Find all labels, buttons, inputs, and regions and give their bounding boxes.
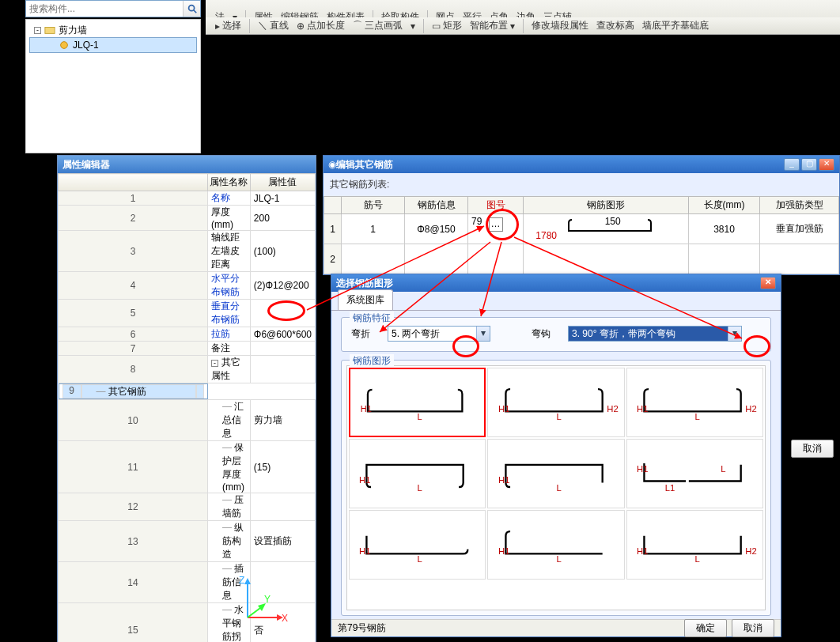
expand-toggle[interactable]: - [211, 360, 218, 367]
property-value[interactable] [250, 300, 315, 327]
table-row-empty[interactable]: 2 [324, 244, 839, 274]
close-button[interactable]: ✕ [760, 277, 776, 289]
tb-select[interactable]: ▸ 选择 [212, 17, 244, 34]
shape-option[interactable]: H1LH2 [626, 368, 763, 437]
tb-more[interactable]: ▾ [407, 19, 418, 33]
svg-text:H1: H1 [361, 404, 372, 414]
top-toolbar-row2: ▸ 选择 ＼ 直线 ⊕ 点加长度 ⌒ 三点画弧 ▾ ▭ 矩形 智能布置 ▾ 修改… [206, 17, 840, 35]
property-value[interactable]: JLQ-1 [250, 191, 315, 206]
svg-text:X: X [282, 613, 288, 624]
shape-option[interactable]: H1L [349, 439, 486, 508]
row-number: 13 [59, 521, 208, 562]
property-row[interactable]: 13— 纵筋构造设置插筋 [59, 521, 316, 562]
property-row[interactable]: 4水平分布钢筋(2)Φ12@200 [59, 272, 316, 300]
shape-option[interactable]: H1L [349, 368, 486, 437]
rebar-shape-icon: H1L [492, 521, 621, 568]
property-name: — 纵筋构造 [208, 521, 251, 562]
property-row[interactable]: 5垂直分布钢筋 [59, 300, 316, 327]
tree-toggle-icon[interactable]: - [34, 27, 41, 34]
shape-option[interactable]: H1LH2 [487, 368, 624, 437]
tb-line[interactable]: ＼ 直线 [255, 17, 292, 34]
cancel-button[interactable]: 取消 [732, 619, 774, 637]
maximize-button[interactable]: ▢ [801, 158, 817, 171]
property-name: 水平分布钢筋 [208, 272, 251, 300]
property-row[interactable]: 7备注 [59, 342, 316, 356]
tb-auto[interactable]: 智能布置 ▾ [467, 17, 518, 34]
svg-text:H1: H1 [359, 475, 370, 485]
property-row[interactable]: 3轴线距左墙皮距离(100) [59, 231, 316, 272]
svg-text:L: L [556, 483, 561, 493]
svg-point-0 [188, 6, 194, 11]
minimize-button[interactable]: _ [784, 158, 800, 171]
shape-grid: H1LH1LH2H1LH2H1LH1LH1L1LH1LH1LH1LH2 [346, 365, 766, 610]
search-input[interactable] [26, 1, 183, 17]
property-value[interactable]: 200 [250, 206, 315, 231]
svg-text:H1: H1 [498, 475, 509, 485]
property-row[interactable]: 8-其它属性 [59, 356, 316, 383]
status-text: 第79号钢筋 [338, 621, 386, 635]
property-row[interactable]: 2厚度(mm)200 [59, 206, 316, 231]
property-value[interactable]: Φ6@600*600 [250, 327, 315, 342]
shape-dim: 150 [605, 216, 621, 227]
shape-option[interactable]: H1LH2 [626, 510, 763, 580]
tb-rect[interactable]: ▭ 矩形 [429, 17, 465, 34]
tree-item[interactable]: JLQ-1 [29, 37, 197, 53]
svg-text:L: L [694, 412, 699, 421]
tb-wallbase[interactable]: 墙底平齐基础底 [639, 17, 712, 34]
row-number: 9 [62, 384, 81, 398]
property-value[interactable]: (15) [250, 441, 315, 493]
tab-system-library[interactable]: 系统图库 [338, 289, 393, 310]
cell-len[interactable]: 3810 [689, 214, 760, 244]
property-row[interactable]: 10— 汇总信息剪力墙 [59, 400, 316, 441]
property-value[interactable] [196, 384, 204, 398]
shape-group: 钢筋图形 H1LH1LH2H1LH2H1LH1LH1L1LH1LH1LH1LH2 [341, 360, 771, 616]
figure-picker-button[interactable]: … [489, 217, 503, 232]
row-number: 15 [59, 603, 208, 643]
property-row[interactable]: 9— 其它钢筋 [59, 383, 208, 399]
property-value[interactable] [250, 342, 315, 356]
tb-checkelev[interactable]: 查改标高 [593, 17, 638, 34]
property-row[interactable]: 6拉筋Φ6@600*600 [59, 327, 316, 342]
shape-option[interactable]: H1L [487, 510, 624, 580]
close-button[interactable]: ✕ [819, 158, 834, 171]
property-value[interactable]: 剪力墙 [250, 400, 315, 441]
fig-number: 79 [471, 216, 482, 227]
tb-arc[interactable]: ⌒ 三点画弧 [350, 17, 406, 34]
property-row[interactable]: 12— 压墙筋 [59, 493, 316, 521]
select-hook[interactable]: 3. 90° 弯折，带两个弯钩 ▾ [568, 326, 742, 342]
cell-type[interactable]: 垂直加强筋 [760, 214, 839, 244]
rebar-shape-icon: H1LH2 [492, 379, 621, 426]
property-row[interactable]: 1名称JLQ-1 [59, 191, 316, 206]
table-row[interactable]: 1 1 Φ8@150 79 … 1780 150 3810 垂直加强筋 [324, 214, 839, 244]
cell-jh[interactable]: 1 [342, 214, 405, 244]
tb-pointlen[interactable]: ⊕ 点加长度 [293, 17, 348, 34]
property-row[interactable]: 11— 保护层厚度(mm)(15) [59, 441, 316, 493]
rebar-table: 筋号 钢筋信息 图号 钢筋图形 长度(mm) 加强筋类型 1 1 Φ8@150 … [324, 196, 839, 274]
rebar-shape-icon: H1LH2 [630, 521, 759, 568]
cell-fig[interactable]: 79 … [468, 214, 524, 244]
shape-option[interactable]: H1L [349, 510, 486, 580]
app-icon: ◉ [328, 159, 336, 170]
col-value: 属性值 [250, 174, 315, 191]
property-value[interactable]: (2)Φ12@200 [250, 272, 315, 300]
select-bend[interactable]: 5. 两个弯折 ▾ [388, 326, 490, 342]
cell-info[interactable]: Φ8@150 [405, 214, 468, 244]
tree-root[interactable]: - 剪力墙 [29, 23, 197, 37]
outer-cancel-button[interactable]: 取消 [791, 440, 834, 458]
property-value[interactable] [250, 493, 315, 521]
cell-shape: 1780 150 [524, 214, 689, 244]
property-value[interactable] [250, 356, 315, 383]
property-editor: 属性编辑器 属性名称属性值 1名称JLQ-12厚度(mm)2003轴线距左墙皮距… [57, 155, 316, 642]
property-value[interactable]: 设置插筋 [250, 521, 315, 562]
ok-button[interactable]: 确定 [684, 619, 727, 637]
property-value[interactable]: (100) [250, 231, 315, 272]
svg-text:L: L [556, 554, 561, 564]
row-number: 12 [59, 493, 208, 521]
property-name: — 保护层厚度(mm) [208, 441, 251, 493]
shape-option[interactable]: H1L [487, 439, 624, 508]
search-button[interactable] [183, 1, 200, 17]
property-name: 垂直分布钢筋 [208, 300, 251, 327]
shape-option[interactable]: H1L1L [626, 439, 763, 508]
tb-modseg[interactable]: 修改墙段属性 [528, 17, 592, 34]
svg-text:L: L [418, 411, 422, 421]
